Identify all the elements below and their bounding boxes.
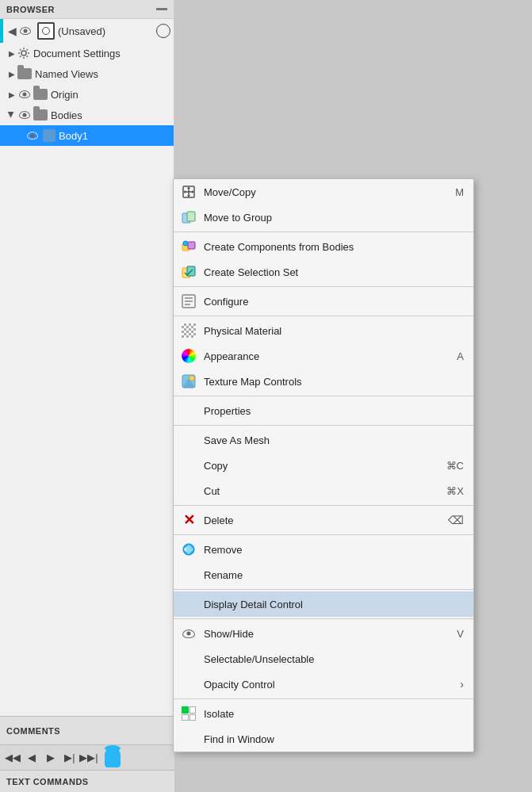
cut-label: Cut (204, 485, 440, 497)
delete-shortcut: ⌫ (448, 514, 464, 526)
browser-header: BROWSER (0, 0, 174, 19)
skip-to-start-button[interactable]: ◀◀ (6, 752, 19, 764)
context-menu: Move/Copy M Move to Group Create Compone… (173, 178, 474, 752)
cut-icon-placeholder (180, 482, 197, 499)
move-copy-label: Move/Copy (204, 186, 449, 198)
minimize-button[interactable] (156, 8, 167, 10)
eye-body1[interactable] (25, 128, 40, 143)
delete-x-icon: ✕ (183, 511, 195, 529)
separator-1 (174, 231, 473, 232)
skip-to-end-button[interactable]: ▶▶| (82, 752, 95, 764)
visibility-toggle[interactable] (18, 24, 33, 38)
create-components-label: Create Components from Bodies (204, 241, 464, 253)
delete-label: Delete (204, 515, 442, 526)
menu-item-copy[interactable]: Copy ⌘C (174, 453, 473, 478)
appearance-label: Appearance (204, 350, 450, 362)
menu-item-move-copy[interactable]: Move/Copy M (174, 179, 473, 205)
texture-map-icon (180, 373, 197, 390)
folder-icon-origin (33, 89, 48, 100)
menu-item-find-in-window[interactable]: Find in Window (174, 726, 473, 752)
configure-icon (180, 293, 197, 310)
menu-item-configure[interactable]: Configure (174, 289, 473, 314)
isolate-label: Isolate (204, 708, 464, 720)
menu-item-selectable[interactable]: Selectable/Unselectable (174, 646, 473, 671)
folder-icon-bodies (33, 109, 48, 121)
opacity-icon-placeholder (180, 675, 197, 693)
separator-9 (174, 618, 473, 619)
step-forward-button[interactable]: ▶| (63, 752, 76, 764)
browser-title: BROWSER (6, 5, 55, 14)
save-as-mesh-label: Save As Mesh (204, 434, 464, 446)
cylinder-icon (105, 748, 121, 767)
find-icon-placeholder (180, 730, 197, 748)
copy-icon-placeholder (180, 457, 197, 474)
menu-item-isolate[interactable]: Isolate (174, 701, 473, 726)
menu-item-cut[interactable]: Cut ⌘X (174, 478, 473, 503)
remove-label: Remove (204, 544, 464, 556)
tree-item-bodies[interactable]: ▶ Bodies (0, 105, 174, 125)
display-detail-icon-placeholder (180, 595, 197, 613)
eye-icon-body1 (27, 132, 38, 140)
separator-6 (174, 505, 473, 506)
physical-material-icon (180, 322, 197, 339)
menu-item-rename[interactable]: Rename (174, 562, 473, 587)
unsaved-label: (Unsaved) (58, 25, 105, 37)
separator-2 (174, 286, 473, 287)
separator-4 (174, 396, 473, 396)
display-detail-label: Display Detail Control (204, 599, 464, 610)
origin-label: Origin (51, 89, 78, 101)
collapse-arrow[interactable]: ◀ (8, 25, 17, 37)
menu-item-physical-material[interactable]: Physical Material (174, 318, 473, 343)
menu-item-display-detail[interactable]: Display Detail Control (174, 591, 473, 617)
separator-3 (174, 316, 473, 316)
unsaved-box (37, 22, 55, 40)
menu-item-save-as-mesh[interactable]: Save As Mesh (174, 427, 473, 453)
menu-item-create-components[interactable]: Create Components from Bodies (174, 234, 473, 259)
bodies-label: Bodies (51, 109, 82, 121)
separator-8 (174, 589, 473, 590)
menu-item-opacity[interactable]: Opacity Control › (174, 671, 473, 697)
tree-item-named-views[interactable]: ▶ Named Views (0, 63, 174, 84)
create-selection-set-label: Create Selection Set (204, 266, 464, 278)
cut-shortcut: ⌘X (446, 485, 464, 497)
create-selection-set-icon (180, 263, 197, 281)
document-settings-label: Document Settings (33, 48, 121, 59)
menu-item-show-hide[interactable]: Show/Hide V (174, 621, 473, 646)
colorwheel-icon (182, 349, 196, 363)
record-button[interactable] (156, 24, 170, 38)
tree-item-document-settings[interactable]: ▶ Document Settings (0, 43, 174, 63)
configure-label: Configure (204, 296, 464, 308)
menu-item-appearance[interactable]: Appearance A (174, 343, 473, 369)
eye-bodies[interactable] (17, 108, 32, 122)
menu-item-properties[interactable]: Properties (174, 398, 473, 423)
arrow-origin: ▶ (6, 89, 17, 100)
opacity-label: Opacity Control (204, 679, 460, 691)
body1-label: Body1 (59, 130, 88, 142)
tree-item-origin[interactable]: ▶ Origin (0, 84, 174, 105)
menu-item-create-selection-set[interactable]: Create Selection Set (174, 259, 473, 285)
text-commands-panel: TEXT COMMANDS (0, 770, 174, 792)
svg-point-21 (189, 376, 194, 381)
separator-7 (174, 534, 473, 535)
menu-item-delete[interactable]: ✕ Delete ⌫ (174, 507, 473, 533)
eye-origin[interactable] (17, 87, 32, 101)
menu-item-texture-map[interactable]: Texture Map Controls (174, 369, 473, 394)
unsaved-item[interactable]: ◀ (Unsaved) (0, 19, 174, 43)
copy-label: Copy (204, 460, 440, 472)
play-button[interactable]: ▶ (44, 752, 57, 764)
text-commands-label: TEXT COMMANDS (6, 777, 89, 786)
menu-item-move-to-group[interactable]: Move to Group (174, 205, 473, 230)
arrow-bodies: ▶ (6, 109, 17, 121)
menu-item-remove[interactable]: Remove (174, 537, 473, 562)
rename-label: Rename (204, 569, 464, 581)
svg-rect-11 (188, 242, 195, 249)
browser-panel: BROWSER ◀ (Unsaved) ▶ Document Settings … (0, 0, 174, 792)
named-views-label: Named Views (35, 68, 98, 80)
appearance-shortcut: A (457, 350, 464, 362)
tree-item-body1[interactable]: Body1 (0, 125, 174, 146)
selectable-icon-placeholder (180, 650, 197, 668)
selectable-label: Selectable/Unselectable (204, 653, 464, 665)
step-back-button[interactable]: ◀ (25, 752, 38, 764)
show-hide-icon (180, 625, 197, 642)
gear-icon (17, 47, 30, 59)
